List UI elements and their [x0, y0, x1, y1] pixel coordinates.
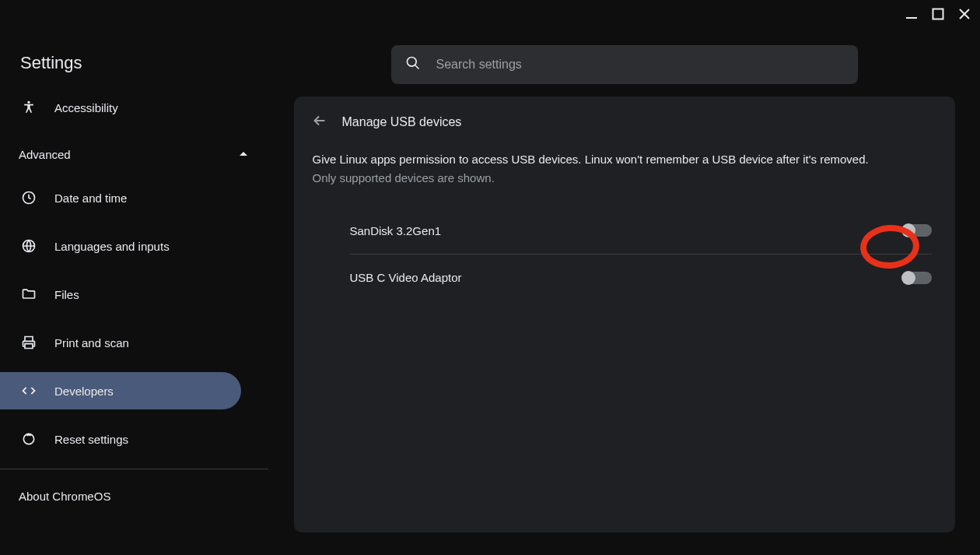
device-toggle-usbc[interactable] [902, 272, 932, 284]
sidebar-item-label: Files [54, 288, 79, 301]
sidebar-item-accessibility[interactable]: Accessibility [0, 89, 268, 126]
content-area: Manage USB devices Give Linux apps permi… [268, 30, 980, 555]
sidebar-item-languages[interactable]: Languages and inputs [0, 227, 268, 265]
folder-icon [20, 286, 37, 302]
description-secondary: Only supported devices are shown. [313, 169, 936, 188]
toggle-knob [901, 223, 915, 237]
sidebar-item-datetime[interactable]: Date and time [0, 179, 268, 216]
panel-title: Manage USB devices [342, 115, 462, 129]
search-bar[interactable] [391, 45, 858, 84]
panel-description: Give Linux apps permission to access USB… [294, 151, 955, 208]
sidebar-section-label: Advanced [19, 148, 71, 161]
svg-rect-0 [906, 17, 917, 19]
sidebar-item-label: Reset settings [54, 433, 128, 446]
device-row: USB C Video Adaptor [350, 255, 932, 301]
clock-icon [20, 190, 37, 205]
printer-icon [20, 335, 37, 350]
window-controls [905, 8, 971, 20]
code-icon [20, 383, 37, 399]
maximize-icon[interactable] [932, 8, 944, 20]
sidebar-divider [0, 469, 268, 469]
minimize-icon[interactable] [905, 8, 918, 20]
device-row: SanDisk 3.2Gen1 [350, 208, 932, 255]
sidebar-item-label: Accessibility [54, 101, 118, 114]
about-label: About ChromeOS [19, 490, 110, 503]
globe-icon [20, 238, 37, 254]
device-toggle-sandisk[interactable] [902, 224, 932, 237]
reset-icon [20, 431, 37, 447]
sidebar-item-label: Date and time [54, 191, 127, 205]
device-name: SanDisk 3.2Gen1 [350, 224, 442, 237]
description-primary: Give Linux apps permission to access USB… [313, 151, 936, 169]
svg-rect-1 [933, 9, 943, 19]
sidebar-item-developers[interactable]: Developers [0, 372, 241, 409]
sidebar-item-reset[interactable]: Reset settings [0, 420, 268, 458]
content-panel: Manage USB devices Give Linux apps permi… [294, 97, 955, 532]
app-title: Settings [0, 30, 268, 89]
sidebar-section-advanced[interactable]: Advanced [0, 135, 268, 173]
chevron-up-icon [239, 148, 248, 161]
sidebar: Settings Accessibility Advanced Date and… [0, 30, 268, 555]
accessibility-icon [20, 100, 37, 115]
sidebar-item-files[interactable]: Files [0, 276, 268, 313]
back-arrow-icon[interactable] [311, 112, 328, 132]
sidebar-item-label: Languages and inputs [54, 240, 170, 253]
toggle-knob [901, 271, 915, 285]
svg-point-2 [27, 101, 30, 104]
sidebar-item-about[interactable]: About ChromeOS [0, 476, 268, 503]
search-input[interactable] [436, 58, 844, 72]
close-icon[interactable] [958, 8, 971, 20]
sidebar-item-printscan[interactable]: Print and scan [0, 324, 268, 361]
sidebar-item-label: Print and scan [54, 336, 129, 350]
device-name: USB C Video Adaptor [350, 271, 462, 284]
svg-point-5 [407, 58, 416, 67]
panel-header: Manage USB devices [294, 97, 955, 151]
device-list: SanDisk 3.2Gen1 USB C Video Adaptor [294, 208, 955, 301]
sidebar-item-label: Developers [54, 385, 114, 398]
search-icon [405, 55, 421, 74]
